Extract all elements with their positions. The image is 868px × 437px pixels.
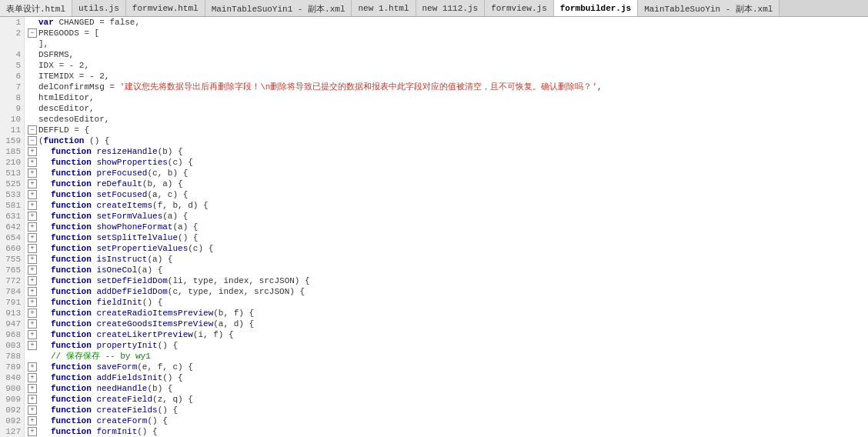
tab-tab2[interactable]: utils.js	[72, 0, 126, 17]
line-num-27: 913	[0, 308, 24, 319]
fold-plus-icon[interactable]: +	[28, 265, 37, 275]
code-line-27: +function createRadioItemsPreview(b, f) …	[25, 308, 868, 319]
fold-plus-icon[interactable]: +	[28, 201, 37, 210]
fold-plus-icon[interactable]: +	[28, 190, 37, 199]
tab-tab1[interactable]: 表单设计.html	[0, 0, 72, 17]
fold-plus-icon[interactable]: +	[28, 330, 37, 339]
fold-plus-icon[interactable]: +	[28, 384, 37, 393]
line-num-8: 9	[0, 103, 24, 114]
tab-tab3[interactable]: formview.html	[126, 0, 205, 17]
line-content: function fieldInit() {	[51, 297, 162, 308]
line-num-32: 789	[0, 362, 24, 372]
line-num-13: 210	[0, 157, 24, 168]
line-num-28: 947	[0, 319, 24, 329]
fold-plus-icon[interactable]: +	[28, 362, 37, 372]
fold-plus-icon[interactable]: +	[28, 222, 37, 232]
line-num-31: 788	[0, 351, 24, 362]
line-content: function saveForm(e, f, c) {	[51, 362, 193, 372]
code-line-3: DSFRMS,	[25, 49, 868, 60]
fold-plus-icon[interactable]: +	[28, 276, 37, 285]
fold-plus-icon[interactable]: +	[28, 168, 37, 178]
line-num-21: 660	[0, 243, 24, 254]
code-line-25: +function addDefFieldDom(c, type, index,…	[25, 286, 868, 297]
code-line-16: +function setFocused(a, c) {	[25, 189, 868, 200]
line-content: function isInstruct(a) {	[51, 254, 172, 265]
code-line-11: −(function () {	[25, 135, 868, 146]
tab-tab8[interactable]: formbuilder.js	[554, 0, 638, 17]
code-line-38: +function formInit() {	[25, 426, 868, 437]
line-content: function setFormValues(a) {	[51, 211, 188, 222]
line-content: htmlEditor,	[38, 92, 95, 103]
tab-tab4[interactable]: MainTableSuoYin1 - 副本.xml	[205, 0, 352, 17]
fold-plus-icon[interactable]: +	[28, 179, 37, 188]
fold-plus-icon[interactable]: +	[28, 309, 37, 318]
fold-minus-icon[interactable]: −	[28, 136, 37, 145]
line-num-6: 7	[0, 82, 24, 92]
line-content: function formInit() {	[51, 426, 158, 437]
code-content[interactable]: var CHANGED = false,−PREGOODS = [ ], DSF…	[25, 17, 868, 437]
line-num-36: 092	[0, 405, 24, 415]
line-content: function resizeHandle(b) {	[51, 146, 183, 157]
tab-tab9[interactable]: MainTableSuoYin - 副本.xml	[638, 0, 780, 17]
code-line-34: +function needHandle(b) {	[25, 383, 868, 394]
fold-plus-icon[interactable]: +	[28, 147, 37, 156]
code-line-12: +function resizeHandle(b) {	[25, 146, 868, 157]
fold-plus-icon[interactable]: +	[28, 158, 37, 167]
line-content: function addDefFieldDom(c, type, index, …	[51, 286, 305, 297]
fold-plus-icon[interactable]: +	[28, 416, 37, 425]
tab-tab5[interactable]: new 1.html	[352, 0, 416, 17]
code-line-24: +function setDefFieldDom(li, type, index…	[25, 275, 868, 286]
tab-tab7[interactable]: formview.js	[485, 0, 554, 17]
code-line-20: +function setSplitTelValue() {	[25, 232, 868, 243]
line-content: (function () {	[38, 135, 109, 146]
code-line-1: −PREGOODS = [	[25, 28, 868, 38]
line-num-38: 127	[0, 426, 24, 437]
line-content: ],	[38, 38, 48, 49]
line-num-19: 642	[0, 222, 24, 232]
fold-plus-icon[interactable]: +	[28, 319, 37, 329]
fold-plus-icon[interactable]: +	[28, 212, 37, 221]
line-content: secdesoEditor,	[38, 114, 109, 125]
line-num-7: 8	[0, 92, 24, 103]
code-line-29: +function createLikertPreview(i, f) {	[25, 329, 868, 340]
fold-minus-icon[interactable]: −	[28, 28, 37, 38]
line-content: function addFieldsInit() {	[51, 372, 183, 383]
tab-bar: 表单设计.htmlutils.jsformview.htmlMainTableS…	[0, 0, 868, 17]
fold-minus-icon[interactable]: −	[28, 125, 37, 135]
code-lines[interactable]: var CHANGED = false,−PREGOODS = [ ], DSF…	[25, 17, 868, 437]
code-line-17: +function createItems(f, b, d) {	[25, 200, 868, 211]
line-content: function showPhoneFormat(a) {	[51, 222, 198, 232]
code-line-19: +function showPhoneFormat(a) {	[25, 222, 868, 232]
fold-plus-icon[interactable]: +	[28, 427, 37, 436]
fold-plus-icon[interactable]: +	[28, 341, 37, 350]
fold-plus-icon[interactable]: +	[28, 373, 37, 382]
line-num-37: 092	[0, 415, 24, 426]
line-content: function setDefFieldDom(li, type, index,…	[51, 275, 310, 286]
code-line-33: +function addFieldsInit() {	[25, 372, 868, 383]
fold-plus-icon[interactable]: +	[28, 298, 37, 307]
line-content: function setPropertieValues(c) {	[51, 243, 213, 254]
line-num-11: 159	[0, 135, 24, 146]
fold-plus-icon[interactable]: +	[28, 244, 37, 253]
fold-plus-icon[interactable]: +	[28, 233, 37, 242]
code-line-22: +function isInstruct(a) {	[25, 254, 868, 265]
line-content: function setSplitTelValue() {	[51, 232, 198, 243]
line-num-17: 581	[0, 200, 24, 211]
line-content: function propertyInit() {	[51, 340, 178, 351]
fold-plus-icon[interactable]: +	[28, 395, 37, 404]
fold-plus-icon[interactable]: +	[28, 255, 37, 264]
line-content: DSFRMS,	[38, 49, 74, 60]
code-line-18: +function setFormValues(a) {	[25, 211, 868, 222]
tab-tab6[interactable]: new 1112.js	[416, 0, 486, 17]
line-num-22: 755	[0, 254, 24, 265]
line-num-26: 791	[0, 297, 24, 308]
fold-plus-icon[interactable]: +	[28, 405, 37, 415]
line-content: function showProperties(c) {	[51, 157, 193, 168]
line-content: PREGOODS = [	[38, 28, 99, 38]
line-num-23: 765	[0, 265, 24, 275]
fold-plus-icon[interactable]: +	[28, 287, 37, 296]
code-line-8: descEditor,	[25, 103, 868, 114]
line-num-20: 654	[0, 232, 24, 243]
line-num-14: 513	[0, 168, 24, 178]
code-line-4: IDX = - 2,	[25, 60, 868, 71]
